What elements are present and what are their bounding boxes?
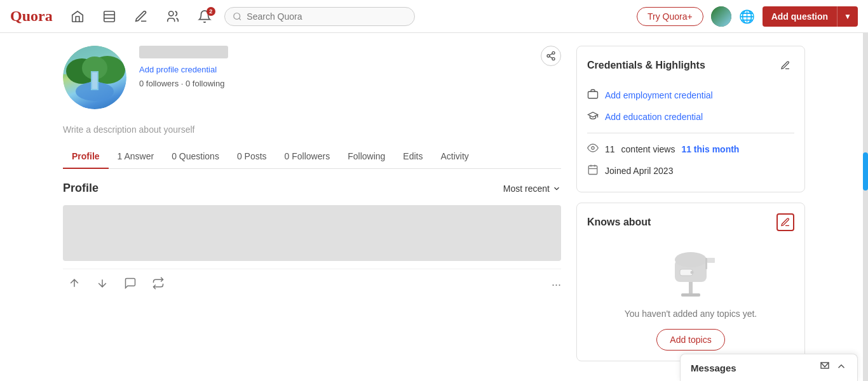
knows-about-section: Knows about (576, 203, 805, 361)
knows-about-header: Knows about (587, 213, 794, 231)
upvote-button[interactable] (63, 274, 86, 295)
graduation-icon (587, 110, 599, 124)
credentials-header: Credentials & Highlights (587, 57, 794, 74)
profile-section-title: Profile (63, 182, 98, 195)
tab-following[interactable]: Following (339, 145, 394, 169)
language-button[interactable]: 🌐 (739, 9, 755, 24)
svg-line-17 (550, 53, 553, 55)
followers-count[interactable]: 0 followers (139, 79, 179, 88)
views-count: 11 (605, 144, 615, 154)
search-bar[interactable] (224, 7, 415, 26)
spaces-button[interactable] (161, 7, 185, 26)
user-avatar-nav[interactable] (711, 6, 731, 27)
main-layout: Add profile credential 0 followers · 0 f… (53, 33, 815, 374)
collapse-messages-button[interactable] (836, 361, 847, 374)
tab-edits[interactable]: Edits (394, 145, 431, 169)
messages-title: Messages (691, 363, 736, 373)
svg-rect-25 (681, 293, 700, 297)
write-description[interactable]: Write a description about yourself (63, 124, 561, 135)
most-recent-button[interactable]: Most recent (503, 184, 561, 194)
edit-icon (780, 60, 790, 70)
tab-activity[interactable]: Activity (431, 145, 477, 169)
add-employment-label: Add employment credential (605, 90, 713, 100)
compose-message-button[interactable] (819, 361, 831, 374)
search-icon (233, 11, 242, 22)
svg-point-3 (168, 11, 173, 15)
svg-line-16 (550, 57, 553, 58)
credentials-section: Credentials & Highlights Add employment … (576, 46, 805, 192)
profile-tabs: Profile 1 Answer 0 Questions 0 Posts 0 F… (63, 145, 561, 169)
compose-icon (819, 361, 831, 372)
joined-label: Joined April 2023 (605, 166, 673, 176)
share-icon (546, 51, 556, 61)
profile-info: Add profile credential 0 followers · 0 f… (139, 46, 561, 88)
comment-button[interactable] (119, 274, 142, 295)
views-month: 11 this month (681, 144, 739, 154)
edit-topics-icon (780, 217, 790, 227)
profile-header: Add profile credential 0 followers · 0 f… (63, 46, 561, 119)
write-button[interactable] (129, 7, 153, 26)
followers-info: 0 followers · 0 following (139, 79, 224, 88)
empty-mailbox-svg (662, 244, 719, 301)
tab-questions[interactable]: 0 Questions (163, 145, 228, 169)
content-placeholder (63, 205, 561, 261)
downvote-button[interactable] (91, 274, 114, 295)
divider (587, 133, 794, 133)
add-education-link[interactable]: Add education credential (587, 106, 794, 128)
views-stat: 11 content views 11 this month (587, 138, 794, 160)
svg-point-31 (691, 271, 694, 274)
no-topics-text: You haven't added any topics yet. (587, 309, 794, 319)
svg-rect-12 (92, 72, 97, 89)
add-employment-link[interactable]: Add employment credential (587, 84, 794, 106)
svg-rect-20 (588, 166, 597, 175)
svg-rect-18 (588, 91, 598, 98)
chevron-up-icon (836, 361, 847, 372)
add-question-caret[interactable]: ▼ (837, 6, 858, 27)
tab-answers[interactable]: 1 Answer (109, 145, 163, 169)
notification-badge: 2 (207, 7, 215, 16)
svg-rect-0 (104, 11, 114, 22)
add-question-wrap: Add question ▼ (763, 6, 858, 27)
tab-followers[interactable]: 0 Followers (276, 145, 339, 169)
credentials-title: Credentials & Highlights (587, 60, 705, 71)
svg-rect-30 (707, 258, 715, 263)
most-recent-label: Most recent (503, 184, 550, 194)
briefcase-icon (587, 88, 599, 102)
profile-avatar[interactable] (63, 46, 126, 109)
share-button[interactable] (541, 46, 561, 66)
add-question-button[interactable]: Add question (763, 6, 837, 27)
notifications-button[interactable]: 2 (193, 7, 217, 26)
messages-bar: Messages (680, 354, 858, 374)
scrollbar-thumb[interactable] (863, 152, 868, 190)
tab-profile[interactable]: Profile (63, 145, 109, 169)
search-input[interactable] (247, 11, 406, 22)
scrollbar[interactable] (863, 0, 868, 374)
home-button[interactable] (65, 7, 90, 26)
svg-point-19 (592, 147, 595, 150)
add-credential-link[interactable]: Add profile credential (139, 65, 561, 74)
views-label: content views (621, 144, 675, 154)
add-education-label: Add education credential (605, 112, 703, 122)
following-count[interactable]: 0 following (186, 79, 224, 88)
calendar-icon (587, 164, 599, 178)
joined-stat: Joined April 2023 (587, 160, 794, 182)
svg-line-5 (239, 18, 241, 20)
tab-posts[interactable]: 0 Posts (228, 145, 276, 169)
more-options-button[interactable]: ··· (552, 278, 561, 291)
svg-point-13 (552, 51, 555, 54)
add-topics-button[interactable]: Add topics (656, 329, 724, 351)
chevron-down-icon (552, 184, 561, 193)
eye-icon (587, 142, 599, 156)
try-quora-button[interactable]: Try Quora+ (637, 7, 703, 26)
mailbox-illustration (587, 244, 794, 301)
messages-actions (819, 361, 847, 374)
edit-knows-about-button[interactable] (776, 213, 794, 231)
sidebar-column: Credentials & Highlights Add employment … (576, 46, 805, 361)
edit-credentials-button[interactable] (776, 57, 794, 74)
profile-column: Add profile credential 0 followers · 0 f… (63, 46, 561, 361)
share-action-button[interactable] (147, 274, 170, 295)
svg-point-14 (547, 55, 550, 57)
quora-logo[interactable]: Quora (10, 8, 53, 25)
profile-name-placeholder (139, 46, 228, 58)
feed-button[interactable] (97, 7, 121, 26)
